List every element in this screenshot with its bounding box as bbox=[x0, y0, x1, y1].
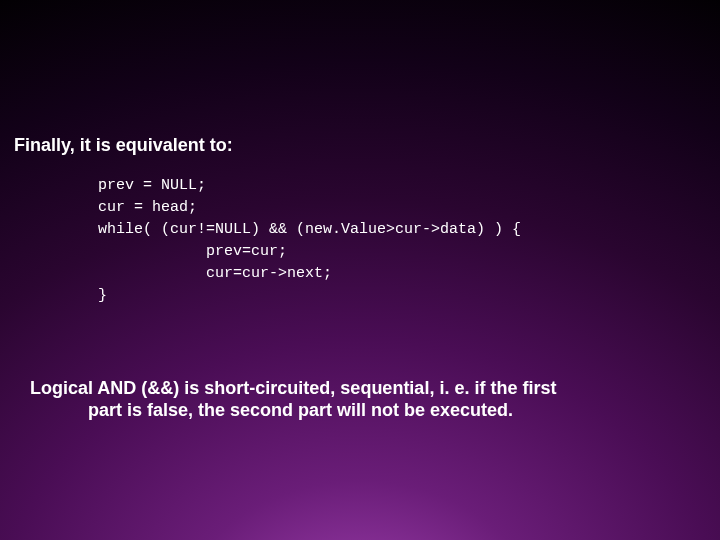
code-block: prev = NULL; cur = head; while( (cur!=NU… bbox=[98, 175, 521, 307]
slide-heading: Finally, it is equivalent to: bbox=[14, 135, 233, 156]
conclusion-line-1: Logical AND (&&) is short-circuited, seq… bbox=[30, 378, 556, 398]
code-line-2: cur = head; bbox=[98, 199, 197, 216]
code-line-4: prev=cur; bbox=[98, 243, 287, 260]
code-line-5: cur=cur->next; bbox=[98, 265, 332, 282]
code-line-6: } bbox=[98, 287, 107, 304]
conclusion-line-2: part is false, the second part will not … bbox=[30, 399, 690, 421]
conclusion-text: Logical AND (&&) is short-circuited, seq… bbox=[30, 377, 690, 421]
code-line-3: while( (cur!=NULL) && (new.Value>cur->da… bbox=[98, 221, 521, 238]
code-line-1: prev = NULL; bbox=[98, 177, 206, 194]
